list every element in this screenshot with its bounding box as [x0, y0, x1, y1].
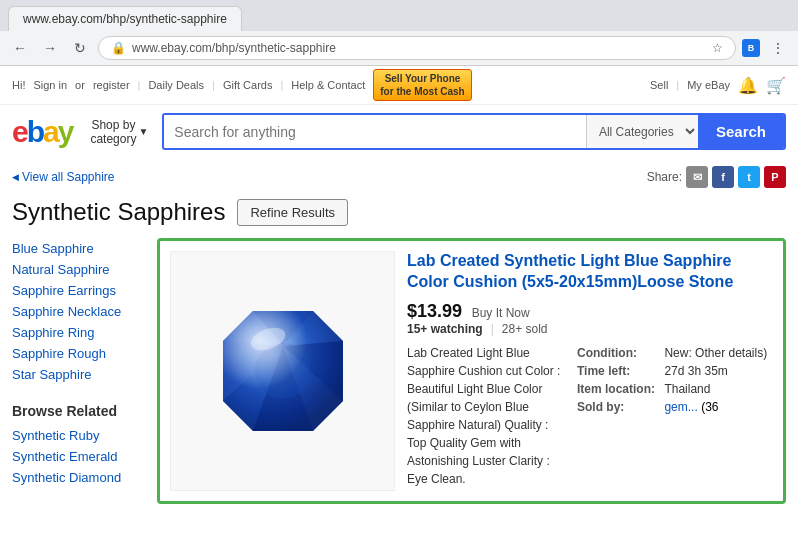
listing-details: Lab Created Synthetic Light Blue Sapphir…	[407, 251, 773, 491]
help-contact-link[interactable]: Help & Contact	[291, 79, 365, 91]
category-select[interactable]: All Categories	[586, 115, 698, 148]
forward-button[interactable]: →	[38, 36, 62, 60]
or-text: or	[75, 79, 85, 91]
listing-title-link[interactable]: Lab Created Synthetic Light Blue Sapphir…	[407, 251, 773, 293]
browser-toolbar: ← → ↻ 🔒 www.ebay.com/bhp/synthetic-sapph…	[0, 31, 798, 65]
sold-by-link[interactable]: gem...	[664, 400, 697, 414]
sold-by-count: (36	[701, 400, 718, 414]
item-location-value: Thailand	[660, 380, 773, 398]
sold-by-label: Sold by:	[573, 398, 660, 416]
ebay-extension-icon: B	[742, 39, 760, 57]
item-location-label: Item location:	[573, 380, 660, 398]
sidebar-item-star-sapphire[interactable]: Star Sapphire	[12, 364, 157, 385]
sidebar-nav: Blue Sapphire Natural Sapphire Sapphire …	[12, 238, 157, 385]
daily-deals-link[interactable]: Daily Deals	[148, 79, 204, 91]
sell-phone-banner[interactable]: Sell Your Phone for the Most Cash	[373, 69, 471, 101]
chevron-down-icon: ▼	[138, 126, 148, 137]
listing-card: Lab Created Synthetic Light Blue Sapphir…	[157, 238, 786, 504]
sign-in-link[interactable]: Sign in	[33, 79, 67, 91]
buy-it-now-label[interactable]: Buy It Now	[472, 306, 530, 320]
my-ebay-link[interactable]: My eBay	[687, 79, 730, 91]
sell-link[interactable]: Sell	[650, 79, 668, 91]
listing-image-box[interactable]	[170, 251, 395, 491]
time-left-row: Time left: 27d 3h 35m	[573, 362, 773, 380]
search-button[interactable]: Search	[698, 115, 784, 148]
shop-by-category-button[interactable]: Shop bycategory ▼	[84, 114, 154, 150]
page-title: Synthetic Sapphires	[12, 198, 225, 226]
condition-label: Condition:	[573, 344, 660, 362]
sidebar-item-sapphire-necklace[interactable]: Sapphire Necklace	[12, 301, 157, 322]
browser-chrome: www.ebay.com/bhp/synthetic-sapphire ← → …	[0, 0, 798, 66]
sidebar-item-sapphire-earrings[interactable]: Sapphire Earrings	[12, 280, 157, 301]
ebay-header-top: Hi! Sign in or register | Daily Deals | …	[0, 66, 798, 105]
listing-price: $13.99	[407, 301, 462, 321]
sidebar-item-synthetic-diamond[interactable]: Synthetic Diamond	[12, 467, 157, 488]
listing-price-row: $13.99 Buy It Now	[407, 301, 773, 322]
gift-cards-link[interactable]: Gift Cards	[223, 79, 273, 91]
listing-specs: Condition: New: Other details) Time left…	[573, 344, 773, 488]
condition-value: New: Other details)	[660, 344, 773, 362]
refresh-button[interactable]: ↻	[68, 36, 92, 60]
meta-divider: |	[491, 322, 494, 336]
breadcrumb-row: View all Sapphire Share: ✉ f t P	[12, 166, 786, 188]
pinterest-share-icon[interactable]: P	[764, 166, 786, 188]
sold-by-value: gem... (36	[660, 398, 773, 416]
search-bar-container: All Categories Search	[162, 113, 786, 150]
sidebar-item-synthetic-emerald[interactable]: Synthetic Emerald	[12, 446, 157, 467]
listing-info-container: Lab Created Light Blue Sapphire Cushion …	[407, 344, 773, 488]
back-button[interactable]: ←	[8, 36, 32, 60]
breadcrumb-link[interactable]: View all Sapphire	[12, 170, 115, 184]
browse-related-title: Browse Related	[12, 403, 157, 419]
bookmark-icon: ☆	[712, 41, 723, 55]
item-location-row: Item location: Thailand	[573, 380, 773, 398]
shop-by-category-label: Shop bycategory	[90, 118, 136, 146]
share-row: Share: ✉ f t P	[647, 166, 786, 188]
sidebar-item-synthetic-ruby[interactable]: Synthetic Ruby	[12, 425, 157, 446]
browser-tabs: www.ebay.com/bhp/synthetic-sapphire	[0, 0, 798, 31]
refine-results-button[interactable]: Refine Results	[237, 199, 348, 226]
sidebar: Blue Sapphire Natural Sapphire Sapphire …	[12, 238, 157, 506]
watching-count: 15+ watching	[407, 322, 483, 336]
sidebar-item-sapphire-rough[interactable]: Sapphire Rough	[12, 343, 157, 364]
sidebar-item-blue-sapphire[interactable]: Blue Sapphire	[12, 238, 157, 259]
sold-by-row: Sold by: gem... (36	[573, 398, 773, 416]
time-left-label: Time left:	[573, 362, 660, 380]
cart-icon[interactable]: 🛒	[766, 76, 786, 95]
sidebar-item-sapphire-ring[interactable]: Sapphire Ring	[12, 322, 157, 343]
address-bar[interactable]: 🔒 www.ebay.com/bhp/synthetic-sapphire ☆	[98, 36, 736, 60]
time-left-value: 27d 3h 35m	[660, 362, 773, 380]
twitter-share-icon[interactable]: t	[738, 166, 760, 188]
register-link[interactable]: register	[93, 79, 130, 91]
listing-description: Lab Created Light Blue Sapphire Cushion …	[407, 344, 561, 488]
ebay-logo[interactable]: ebay	[12, 117, 72, 147]
results-area: Lab Created Synthetic Light Blue Sapphir…	[157, 238, 786, 506]
sidebar-item-natural-sapphire[interactable]: Natural Sapphire	[12, 259, 157, 280]
share-label: Share:	[647, 170, 682, 184]
more-options-button[interactable]: ⋮	[766, 36, 790, 60]
ebay-header-main: ebay Shop bycategory ▼ All Categories Se…	[0, 105, 798, 158]
facebook-share-icon[interactable]: f	[712, 166, 734, 188]
notification-icon[interactable]: 🔔	[738, 76, 758, 95]
main-content: View all Sapphire Share: ✉ f t P Synthet…	[0, 158, 798, 514]
condition-row: Condition: New: Other details)	[573, 344, 773, 362]
email-share-icon[interactable]: ✉	[686, 166, 708, 188]
listing-meta: 15+ watching | 28+ sold	[407, 322, 773, 336]
sapphire-gem-image	[203, 291, 363, 451]
content-columns: Blue Sapphire Natural Sapphire Sapphire …	[12, 238, 786, 506]
url-text: www.ebay.com/bhp/synthetic-sapphire	[132, 41, 336, 55]
browser-tab[interactable]: www.ebay.com/bhp/synthetic-sapphire	[8, 6, 242, 31]
hi-text: Hi!	[12, 79, 25, 91]
search-input[interactable]	[164, 115, 586, 148]
page-title-row: Synthetic Sapphires Refine Results	[12, 198, 786, 226]
sold-count: 28+ sold	[502, 322, 548, 336]
browse-related-nav: Synthetic Ruby Synthetic Emerald Synthet…	[12, 425, 157, 488]
